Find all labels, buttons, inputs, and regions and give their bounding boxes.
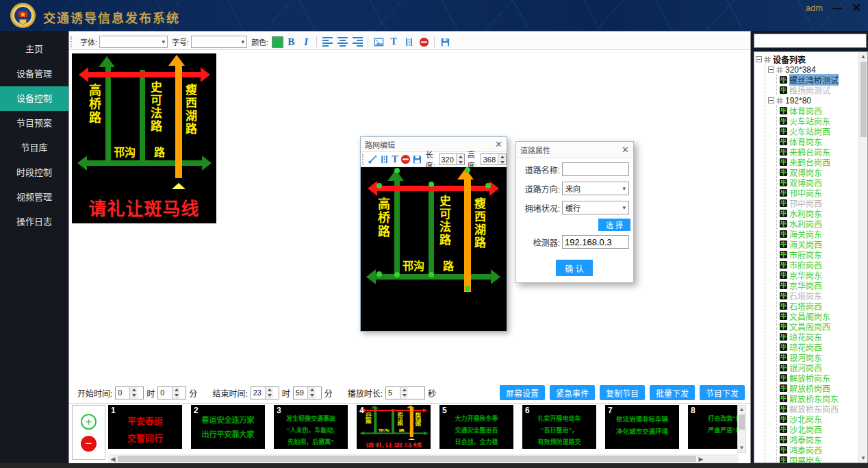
scroll-down-icon[interactable]: ▼ <box>738 444 745 452</box>
device-item-火车站岗东[interactable]: 火车站岗东 <box>780 116 858 126</box>
program-thumbnail-6[interactable]: 6扎实开展电动车“百日整治”，有效预防道路交通事故。 <box>522 405 596 449</box>
device-item-石塔岗东[interactable]: 石塔岗东 <box>780 291 858 301</box>
device-item-市府岗东[interactable]: 市府岗东 <box>780 249 858 260</box>
close-icon[interactable]: ✕ <box>849 1 864 15</box>
road-properties-close-icon[interactable]: ✕ <box>622 145 629 155</box>
device-item-体育岗西[interactable]: 体育岗西 <box>780 106 858 116</box>
save-icon[interactable] <box>412 153 422 166</box>
align-right-icon[interactable] <box>350 36 364 49</box>
device-item-来鹤台岗西[interactable]: 来鹤台岗西 <box>780 157 858 167</box>
road-node-handle[interactable] <box>465 286 470 291</box>
save-icon[interactable] <box>438 36 452 49</box>
action-button-5[interactable]: 节目下发 <box>700 385 745 400</box>
program-thumbnail-5[interactable]: 5大力开展秋冬季交通安全整治百日会战，全力稳定道路交通安全形势！ <box>439 405 513 449</box>
end-minute-stepper[interactable]: 59 <box>293 386 322 399</box>
device-item-鸿泰岗西[interactable]: 鸿泰岗西 <box>780 445 858 455</box>
device-search-input[interactable] <box>754 34 867 48</box>
program-thumbnail-7[interactable]: 7依法治理非标车辆净化城市交通环境 <box>605 405 679 449</box>
current-user[interactable]: adm <box>806 3 823 13</box>
device-item-海关岗西[interactable]: 海关岗西 <box>780 239 858 249</box>
device-item-沙北岗西[interactable]: 沙北岗西 <box>780 424 858 434</box>
tree-group-320*384[interactable]: 320*384 <box>768 64 858 75</box>
insert-image-icon[interactable] <box>372 36 385 49</box>
sidebar-item-8[interactable]: 操作日志 <box>0 210 68 234</box>
road-node-handle[interactable] <box>376 271 382 277</box>
road-direction-select[interactable]: 来向▾ <box>562 182 629 195</box>
program-thumbnail-2[interactable]: 2春运安全连万家出行平安靠大家 <box>191 405 265 449</box>
device-item-石塔岗西[interactable]: 石塔岗西 <box>780 301 858 311</box>
sidebar-item-1[interactable]: 主页 <box>0 37 68 62</box>
road-node-handle[interactable] <box>376 183 382 188</box>
scroll-down-icon[interactable]: ▼ <box>859 454 867 463</box>
device-item-解放桥岗西[interactable]: 解放桥岗西 <box>780 383 858 393</box>
sidebar-item-2[interactable]: 设备管理 <box>0 62 68 86</box>
program-thumbnail-4[interactable]: 4高桥路史可法路瘦西湖路邗沟路请礼让斑马线 <box>357 405 431 449</box>
scroll-right-icon[interactable]: ▶ <box>696 456 706 463</box>
color-swatch[interactable] <box>272 36 283 48</box>
scroll-up-icon[interactable]: ▲ <box>859 52 867 61</box>
program-thumbnail-8[interactable]: 8打击改装“炸严查严惩“机 <box>688 405 739 449</box>
select-button[interactable]: 选 择 <box>598 219 630 231</box>
confirm-button[interactable]: 确 认 <box>556 260 593 276</box>
device-item-文昌阁岗东[interactable]: 文昌阁岗东 <box>780 311 858 321</box>
length-stepper[interactable]: 320 <box>439 153 465 165</box>
thumbnail-vertical-scrollbar[interactable]: ▲ ▼ <box>737 405 746 453</box>
device-item-琼花岗西[interactable]: 琼花岗西 <box>780 342 858 352</box>
device-item-银河岗东[interactable]: 银河岗东 <box>780 352 858 362</box>
forbid-icon[interactable] <box>400 153 411 166</box>
device-item-琼花岗东[interactable]: 琼花岗东 <box>780 332 858 342</box>
road-node-handle[interactable] <box>394 168 400 173</box>
scroll-left-icon[interactable]: ◀ <box>108 456 118 463</box>
device-item-市府岗西[interactable]: 市府岗西 <box>780 260 858 270</box>
device-item-鸿泰岗东[interactable]: 鸿泰岗东 <box>780 434 858 445</box>
action-button-4[interactable]: 批量下发 <box>650 385 695 400</box>
collapse-icon[interactable] <box>756 56 762 62</box>
action-button-2[interactable]: 紧急事件 <box>550 385 595 400</box>
device-item-文昌阁岗西[interactable]: 文昌阁岗西 <box>780 321 858 332</box>
italic-icon[interactable]: I <box>299 36 313 49</box>
collapse-icon[interactable] <box>768 66 774 73</box>
device-item-双博岗东[interactable]: 双博岗东 <box>780 167 858 177</box>
duration-stepper[interactable]: 5 <box>385 386 425 399</box>
device-item-螺丝湾桥测试[interactable]: 螺丝湾桥测试 <box>780 75 858 85</box>
road-node-handle[interactable] <box>465 167 470 173</box>
font-size-select[interactable]: ▾ <box>191 36 247 48</box>
tree-root-device-list[interactable]: 设备列表 <box>756 54 858 64</box>
toolbar-grip[interactable] <box>71 36 73 47</box>
tree-scrollbar[interactable]: ▲ ▼ <box>858 52 867 463</box>
align-center-icon[interactable] <box>335 36 349 49</box>
device-item-体育岗东[interactable]: 体育岗东 <box>780 136 858 147</box>
device-item-水利岗东[interactable]: 水利岗东 <box>780 208 858 219</box>
device-item-解放桥东岗东[interactable]: 解放桥东岗东 <box>780 393 858 404</box>
sign-preview[interactable]: 高桥路史可法路瘦西湖路邗沟路请礼让斑马线 <box>72 53 216 223</box>
bold-icon[interactable]: B <box>284 36 298 49</box>
font-select[interactable]: ▾ <box>99 36 168 48</box>
detector-input[interactable] <box>562 235 629 249</box>
sidebar-item-5[interactable]: 节目库 <box>0 136 68 160</box>
device-item-邗中岗西[interactable]: 邗中岗西 <box>780 198 858 208</box>
sidebar-item-6[interactable]: 时段控制 <box>0 160 68 185</box>
road-tool-icon[interactable] <box>402 36 416 49</box>
remove-program-button[interactable]: − <box>81 436 97 452</box>
action-button-3[interactable]: 复制节目 <box>600 385 645 400</box>
thumbnail-horizontal-scrollbar[interactable]: ◀ ▶ <box>108 454 739 463</box>
road-node-handle[interactable] <box>394 272 400 278</box>
sidebar-item-3[interactable]: 设备控制 <box>0 86 68 111</box>
sidebar-item-4[interactable]: 节目预案 <box>0 111 68 136</box>
height-stepper[interactable]: 368 <box>481 153 507 165</box>
device-item-京华岗东[interactable]: 京华岗东 <box>780 270 858 280</box>
device-item-国展岗东[interactable]: 国展岗东 <box>780 455 858 463</box>
align-left-icon[interactable] <box>320 36 334 49</box>
start-hour-stepper[interactable]: 0 <box>115 386 144 399</box>
road-network-canvas[interactable]: 高桥路史可法路瘦西湖路邗沟路 <box>361 167 507 331</box>
device-item-来鹤台岗东[interactable]: 来鹤台岗东 <box>780 147 858 157</box>
device-item-邗中岗东[interactable]: 邗中岗东 <box>780 188 858 198</box>
insert-text-icon[interactable]: T <box>387 36 400 49</box>
end-hour-stepper[interactable]: 23 <box>251 386 279 399</box>
draw-line-icon[interactable] <box>368 153 378 166</box>
forbid-icon[interactable] <box>417 36 431 49</box>
road-node-handle[interactable] <box>429 272 434 278</box>
device-item-海关岗东[interactable]: 海关岗东 <box>780 229 858 239</box>
program-thumbnail-3[interactable]: 3发生轻微交通事故“人未伤，车能动,先拍照，后撤离” <box>274 405 348 449</box>
device-item-京华岗西[interactable]: 京华岗西 <box>780 280 858 291</box>
